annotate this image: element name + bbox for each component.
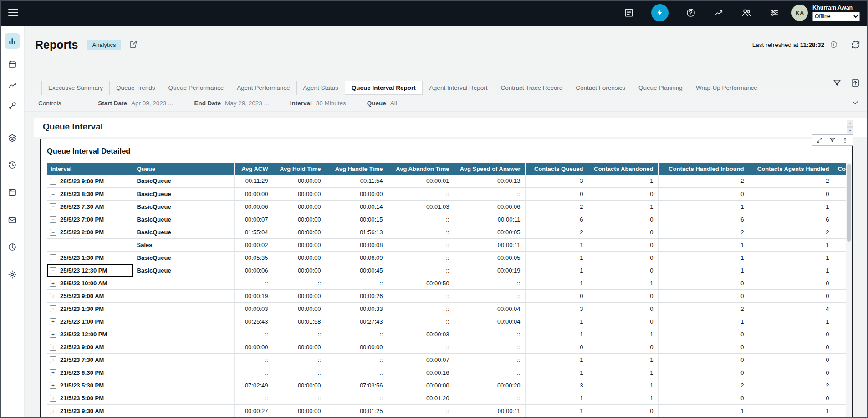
sidebar-item-reports[interactable] — [5, 33, 20, 49]
interval-cell[interactable]: +22/5/23 1:30 PM — [47, 302, 133, 315]
interval-cell[interactable]: +21/5/23 5:30 PM — [47, 379, 133, 392]
sidebar-item-calendar[interactable] — [5, 57, 20, 72]
queue-cell[interactable]: BasicQueue — [133, 213, 234, 226]
tab-agent-status[interactable]: Agent Status — [296, 81, 345, 95]
sidebar-item-settings[interactable] — [5, 267, 20, 282]
sheet-scrollbar[interactable]: ▲ ▼ — [847, 120, 853, 134]
export-icon[interactable] — [851, 78, 860, 88]
expand-icon[interactable]: + — [50, 408, 56, 414]
expand-icon[interactable]: + — [50, 356, 56, 363]
interval-cell[interactable]: +22/5/23 7:30 AM — [47, 353, 133, 366]
queue-cell[interactable]: Sales — [133, 238, 234, 251]
queue-cell[interactable]: BasicQueue — [133, 226, 234, 238]
users-icon[interactable] — [741, 7, 752, 18]
external-link-icon[interactable] — [128, 40, 138, 50]
column-header-avg-hold-time[interactable]: Avg Hold Time — [273, 163, 326, 175]
availability-status-select[interactable]: Offline — [812, 12, 860, 21]
collapse-icon[interactable]: − — [50, 267, 56, 274]
collapse-icon[interactable]: − — [50, 178, 56, 185]
column-header-co[interactable]: Co — [834, 163, 847, 175]
column-header-queue[interactable]: Queue — [133, 163, 234, 175]
collapse-icon[interactable]: − — [50, 216, 56, 223]
sidebar-item-tools[interactable] — [5, 98, 20, 114]
control-queue[interactable]: Queue All — [367, 100, 397, 107]
queue-cell[interactable] — [133, 392, 234, 404]
queue-cell[interactable]: BasicQueue — [133, 264, 234, 277]
sliders-icon[interactable] — [769, 7, 780, 18]
expand-icon[interactable]: + — [50, 293, 56, 299]
tab-contract-trace-record[interactable]: Contract Trace Record — [494, 81, 569, 95]
interval-cell[interactable]: −26/5/23 7:30 AM — [47, 200, 133, 213]
column-header-avg-abandon-time[interactable]: Avg Abandon Time — [388, 163, 454, 175]
expand-icon[interactable] — [816, 137, 823, 144]
queue-cell[interactable]: BasicQueue — [133, 187, 234, 200]
expand-icon[interactable]: + — [50, 280, 56, 287]
column-header-contacts-handled-inbound[interactable]: Contacts Handled Inbound — [658, 163, 749, 175]
start-date-value[interactable]: Apr 09, 2023 ... — [131, 100, 173, 107]
tab-queue-planning[interactable]: Queue Planning — [632, 81, 689, 95]
expand-icon[interactable]: + — [50, 382, 56, 389]
sidebar-item-email[interactable] — [5, 212, 20, 228]
column-header-contacts-queued[interactable]: Contacts Queued — [525, 163, 588, 175]
expand-icon[interactable]: + — [50, 369, 56, 376]
refresh-icon[interactable] — [851, 40, 861, 50]
column-header-avg-speed-of-answer[interactable]: Avg Speed of Answer — [454, 163, 525, 175]
tab-wrap-up-performance[interactable]: Wrap-Up Performance — [689, 81, 764, 95]
queue-cell[interactable] — [133, 341, 234, 353]
table-scrollbar[interactable] — [846, 163, 852, 418]
queue-value[interactable]: All — [390, 100, 397, 107]
control-end-date[interactable]: End Date May 29, 2023 ... — [194, 100, 269, 107]
filter-icon[interactable] — [829, 137, 836, 144]
interval-cell[interactable]: +21/5/23 6:30 PM — [47, 366, 133, 379]
tab-executive-summary[interactable]: Executive Summary — [41, 81, 109, 95]
tab-contact-forensics[interactable]: Contact Forensics — [569, 81, 632, 95]
scroll-down-icon[interactable]: ▼ — [847, 127, 853, 134]
lightning-icon[interactable] — [651, 4, 669, 21]
collapse-icon[interactable]: − — [50, 191, 56, 197]
interval-cell[interactable]: −28/5/23 9:00 PM — [47, 175, 133, 187]
interval-value[interactable]: 30 Minutes — [316, 100, 346, 107]
interval-cell[interactable]: +22/5/23 9:00 AM — [47, 341, 133, 353]
end-date-value[interactable]: May 29, 2023 ... — [225, 100, 269, 107]
queue-cell[interactable]: BasicQueue — [133, 200, 234, 213]
sidebar-item-contact-analytics[interactable] — [5, 239, 20, 255]
expand-icon[interactable]: + — [50, 305, 56, 312]
interval-cell[interactable]: −25/5/23 2:00 PM — [47, 226, 133, 238]
scrollbar-thumb[interactable] — [847, 164, 851, 242]
queue-cell[interactable] — [133, 404, 234, 417]
expand-icon[interactable]: + — [50, 318, 56, 325]
collapse-icon[interactable]: − — [50, 254, 56, 261]
tab-queue-trends[interactable]: Queue Trends — [109, 81, 162, 95]
column-header-interval[interactable]: Interval — [47, 163, 133, 175]
expand-icon[interactable]: + — [50, 344, 56, 351]
interval-cell[interactable]: −25/5/23 1:30 PM — [47, 251, 133, 264]
queue-cell[interactable] — [133, 328, 234, 341]
hamburger-menu-icon[interactable] — [8, 9, 18, 16]
interval-cell[interactable] — [47, 238, 133, 251]
sidebar-item-layers[interactable] — [5, 130, 20, 146]
kebab-menu-icon[interactable] — [842, 137, 848, 144]
expand-icon[interactable]: + — [50, 395, 56, 402]
control-start-date[interactable]: Start Date Apr 09, 2023 ... — [98, 100, 173, 107]
sidebar-item-metrics[interactable] — [5, 77, 20, 93]
interval-cell[interactable]: −25/5/23 12:30 PM — [47, 264, 133, 277]
column-header-avg-acw[interactable]: Avg ACW — [234, 163, 273, 175]
queue-cell[interactable] — [133, 277, 234, 289]
queue-cell[interactable] — [133, 302, 234, 315]
help-icon[interactable] — [685, 7, 696, 18]
interval-cell[interactable]: +25/5/23 10:00 AM — [47, 277, 133, 289]
sidebar-item-browser[interactable] — [5, 185, 20, 200]
interval-cell[interactable]: +21/5/23 9:30 AM — [47, 404, 133, 417]
interval-cell[interactable]: +25/5/23 9:00 AM — [47, 289, 133, 302]
queue-cell[interactable] — [133, 366, 234, 379]
control-interval[interactable]: Interval 30 Minutes — [290, 100, 346, 107]
queue-cell[interactable] — [133, 379, 234, 392]
avatar[interactable]: KA — [791, 5, 808, 21]
queue-cell[interactable] — [133, 289, 234, 302]
line-chart-icon[interactable] — [713, 7, 724, 18]
queue-cell[interactable]: BasicQueue — [133, 251, 234, 264]
interval-cell[interactable]: −25/5/23 7:00 PM — [47, 213, 133, 226]
filter-icon[interactable] — [832, 78, 842, 88]
chevron-down-icon[interactable] — [851, 98, 860, 108]
collapse-icon[interactable]: − — [50, 203, 56, 210]
